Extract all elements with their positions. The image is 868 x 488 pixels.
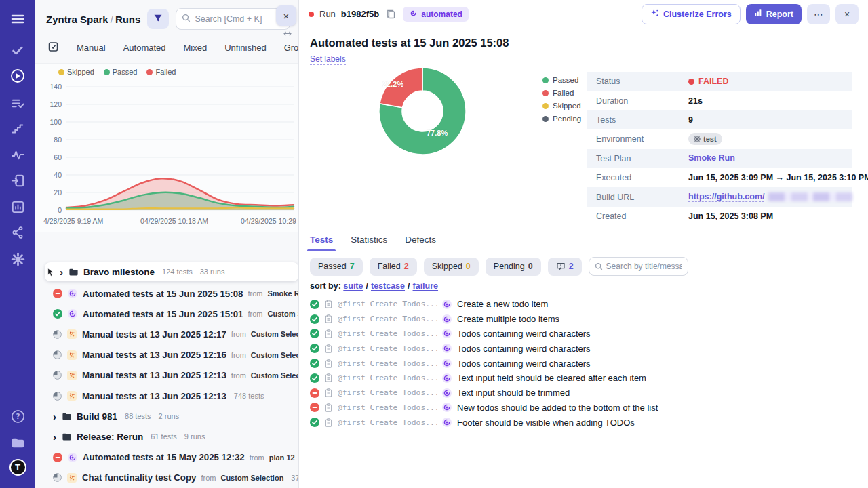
run-row[interactable]: Automated tests at 15 Jun 2025 15:01from… <box>35 304 298 324</box>
tab-mixed[interactable]: Mixed <box>184 43 208 53</box>
run-row[interactable]: Automated tests at 15 May 2025 12:32from… <box>35 447 298 468</box>
run-row[interactable]: Automated tests at 15 Jun 2025 15:08from… <box>35 283 298 304</box>
test-plan-link[interactable]: Smoke Run <box>688 153 735 163</box>
runs-trend-chart: SkippedPassedFailed 1401201008060402004/… <box>35 63 298 232</box>
pulse-icon[interactable] <box>0 146 35 163</box>
run-group-row[interactable]: ›Release: Rerun61 tests9 runs <box>35 426 298 447</box>
tests-search-input[interactable] <box>606 262 682 271</box>
test-row[interactable]: @first Create Todos...Todos containing w… <box>310 327 868 342</box>
run-meta: 124 tests <box>162 268 193 276</box>
tests-list: @first Create Todos...Create a new todo … <box>310 297 868 430</box>
test-row[interactable]: @first Create Todos...Footer should be v… <box>310 415 868 430</box>
app-logo[interactable]: T <box>0 458 35 476</box>
detail-text: Jun 15, 2025 3:09 PM → Jun 15, 2025 3:10… <box>688 173 868 182</box>
steps-icon[interactable] <box>0 120 35 138</box>
tab-groups[interactable]: Groups <box>284 43 299 53</box>
status-progress-icon <box>53 392 62 401</box>
donut-failed-percent: 22.2% <box>382 80 403 88</box>
test-suite: @first Create Todos... <box>338 403 437 412</box>
detail-label: Environment <box>587 134 688 144</box>
menu-icon[interactable] <box>0 10 35 28</box>
run-from-label: from <box>250 453 264 462</box>
chevron-right-icon[interactable]: › <box>53 432 56 442</box>
build-url-link[interactable]: https://github.com/ <box>688 192 764 202</box>
run-source[interactable]: Smoke Run <box>268 289 300 298</box>
run-source[interactable]: Custom Selection <box>251 371 299 380</box>
runs-search-input[interactable] <box>195 14 284 24</box>
run-meta: 9 runs <box>184 432 205 441</box>
filter-chip-skipped[interactable]: Skipped0 <box>424 258 479 276</box>
filter-button[interactable] <box>147 9 169 29</box>
automated-badge[interactable]: automated <box>403 7 469 22</box>
tab-tests[interactable]: Tests <box>310 235 333 251</box>
manual-run-icon <box>66 329 77 340</box>
sort-option-suite[interactable]: suite <box>343 281 363 291</box>
runs-icon[interactable] <box>0 67 35 85</box>
set-labels-link[interactable]: Set labels <box>310 54 346 65</box>
test-row[interactable]: @first Create Todos...Create a new todo … <box>310 297 868 312</box>
help-icon[interactable]: ? <box>0 407 35 425</box>
sort-option-failure[interactable]: failure <box>413 281 439 291</box>
test-row[interactable]: @first Create Todos...Create multiple to… <box>310 312 868 327</box>
select-runs-icon[interactable] <box>47 41 59 55</box>
test-row[interactable]: @first Create Todos...Todos containing w… <box>310 341 868 356</box>
filter-chip-passed[interactable]: Passed7 <box>310 258 363 276</box>
filter-count: 2 <box>569 262 574 271</box>
run-row[interactable]: Manual tests at 13 Jun 2025 12:13fromCus… <box>35 365 298 386</box>
run-group-row[interactable]: ›Bravo milestone124 tests33 runs <box>45 262 298 281</box>
clusterize-errors-button[interactable]: Clusterize Errors <box>642 4 741 24</box>
list-check-icon[interactable] <box>0 94 35 112</box>
tab-defects[interactable]: Defects <box>405 235 436 251</box>
trend-chart-plot: 1401201008060402004/28/2025 9:19 AM04/29… <box>35 77 299 233</box>
check-icon[interactable] <box>0 41 35 59</box>
test-row[interactable]: @first Create Todos...Text input field s… <box>310 371 868 386</box>
folder-icon <box>68 267 79 277</box>
more-actions-button[interactable]: ⋯ <box>807 4 830 24</box>
copy-run-id-button[interactable] <box>384 7 397 20</box>
chevron-right-icon[interactable]: › <box>60 267 63 277</box>
run-row[interactable]: Chat functinality test CopyfromCustom Se… <box>35 468 298 488</box>
test-title: Create a new todo item <box>457 299 548 309</box>
close-run-button[interactable]: × <box>835 4 859 24</box>
status-passed-icon <box>310 373 319 383</box>
breadcrumb-project[interactable]: Zyntra Spark <box>46 14 108 25</box>
environment-badge[interactable]: test <box>688 133 722 145</box>
run-row[interactable]: Manual tests at 13 Jun 2025 12:13748 tes… <box>35 386 298 406</box>
tab-unfinished[interactable]: Unfinished <box>224 43 266 53</box>
clipboard-icon <box>324 344 333 353</box>
test-row[interactable]: @first Create Todos...Text input should … <box>310 386 868 401</box>
sort-option-testcase[interactable]: testcase <box>371 281 405 291</box>
run-row[interactable]: Manual tests at 13 Jun 2025 12:17fromCus… <box>35 324 298 344</box>
branch-icon[interactable] <box>0 224 35 241</box>
filter-chip-failed[interactable]: Failed2 <box>370 258 417 276</box>
filter-chip-comments[interactable]: 2 <box>548 258 582 276</box>
tab-manual[interactable]: Manual <box>77 43 106 53</box>
run-source[interactable]: Custom Selection <box>251 351 299 359</box>
run-row[interactable]: Manual tests at 13 Jun 2025 12:16fromCus… <box>35 345 298 365</box>
run-group-row[interactable]: ›Build 98188 tests2 runs <box>35 406 298 426</box>
run-source[interactable]: Custom Selection <box>251 330 299 338</box>
panel-close-button[interactable]: × <box>276 5 296 26</box>
test-row[interactable]: @first Create Todos...Todos containing w… <box>310 356 868 371</box>
run-source[interactable]: Custom Selection <box>220 474 283 482</box>
run-meta: 37 tests <box>291 474 299 482</box>
gear-icon[interactable] <box>0 250 35 268</box>
folder-icon[interactable] <box>0 434 35 451</box>
filter-count: 7 <box>350 262 355 271</box>
filter-chip-pending[interactable]: Pending0 <box>486 258 541 276</box>
run-source[interactable]: Custom Selection <box>268 310 300 318</box>
test-suite: @first Create Todos... <box>338 344 437 353</box>
automated-icon <box>441 343 452 354</box>
tab-automated[interactable]: Automated <box>123 43 166 53</box>
detail-value: 9 <box>688 115 693 125</box>
resize-handle-icon[interactable] <box>283 27 292 39</box>
run-source[interactable]: plan 12 <box>269 453 295 462</box>
bar-chart-icon[interactable] <box>0 198 35 216</box>
detail-value: Smoke Run <box>688 153 735 163</box>
tab-statistics[interactable]: Statistics <box>351 235 387 251</box>
import-icon[interactable] <box>0 171 35 189</box>
chevron-right-icon[interactable]: › <box>53 411 56 422</box>
test-row[interactable]: @first Create Todos...New todos should b… <box>310 401 868 415</box>
report-button[interactable]: Report <box>746 4 802 24</box>
runs-search <box>176 8 290 30</box>
